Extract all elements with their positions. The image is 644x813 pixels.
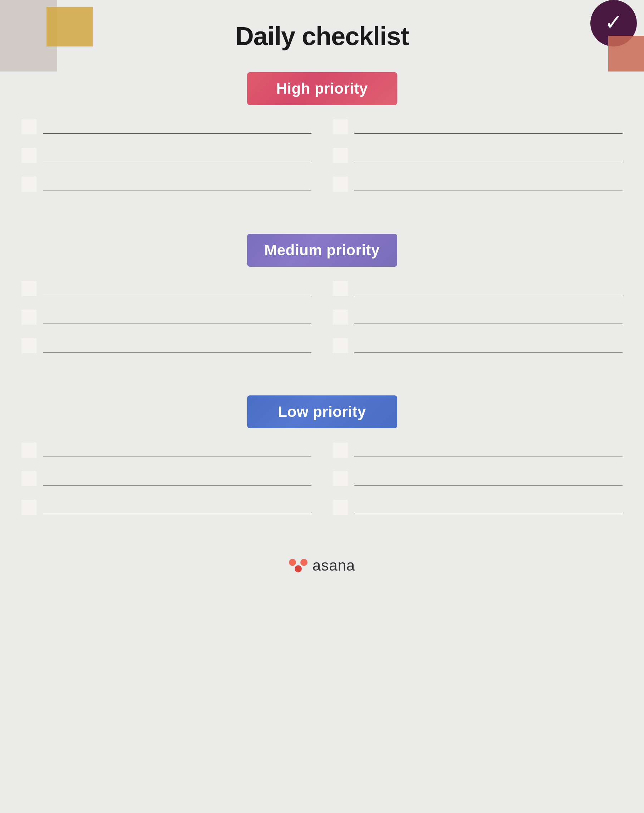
list-item xyxy=(21,309,311,328)
high-priority-header: High priority xyxy=(247,72,397,105)
checkbox[interactable] xyxy=(21,500,37,515)
item-line xyxy=(43,295,311,295)
list-item xyxy=(21,148,311,166)
low-left-col xyxy=(21,442,311,528)
medium-priority-header: Medium priority xyxy=(247,234,397,267)
item-line xyxy=(43,191,311,191)
low-priority-header: Low priority xyxy=(247,395,397,428)
high-priority-section: High priority xyxy=(0,72,644,205)
checkbox[interactable] xyxy=(333,500,348,515)
list-item xyxy=(333,148,623,166)
list-item xyxy=(21,442,311,461)
list-item xyxy=(333,281,623,299)
footer: asana xyxy=(0,557,644,596)
checkbox[interactable] xyxy=(333,281,348,296)
checkbox[interactable] xyxy=(333,338,348,353)
list-item xyxy=(21,500,311,518)
list-item xyxy=(333,119,623,137)
checkbox[interactable] xyxy=(21,177,37,191)
item-line xyxy=(354,162,623,162)
item-line xyxy=(354,191,623,191)
list-item xyxy=(21,471,311,489)
asana-dot-top-right xyxy=(301,559,308,566)
list-item xyxy=(21,119,311,137)
asana-dot-bottom xyxy=(294,565,302,573)
low-right-col xyxy=(333,442,623,528)
checkbox[interactable] xyxy=(21,281,37,296)
checkbox[interactable] xyxy=(333,119,348,135)
item-line xyxy=(354,514,623,514)
asana-logo: asana xyxy=(289,557,355,574)
high-right-col xyxy=(333,119,623,205)
list-item xyxy=(333,500,623,518)
medium-priority-section: Medium priority xyxy=(0,234,644,367)
asana-icon xyxy=(289,559,308,573)
deco-top-right-rect xyxy=(608,36,644,72)
medium-left-col xyxy=(21,281,311,367)
page-container: ✓ Daily checklist High priority xyxy=(0,0,644,813)
list-item xyxy=(21,177,311,194)
item-line xyxy=(43,485,311,485)
checkbox[interactable] xyxy=(333,148,348,163)
checkbox[interactable] xyxy=(21,471,37,486)
item-line xyxy=(354,323,623,324)
list-item xyxy=(333,177,623,194)
asana-dot-top-left xyxy=(289,559,296,566)
list-item xyxy=(21,338,311,356)
checkbox[interactable] xyxy=(333,471,348,486)
item-line xyxy=(354,456,623,457)
page-title: Daily checklist xyxy=(0,0,644,51)
checkbox[interactable] xyxy=(21,338,37,353)
item-line xyxy=(43,514,311,514)
list-item xyxy=(21,281,311,299)
item-line xyxy=(354,295,623,295)
medium-priority-grid xyxy=(21,281,623,367)
list-item xyxy=(333,471,623,489)
low-priority-section: Low priority xyxy=(0,395,644,528)
checkbox[interactable] xyxy=(21,442,37,458)
deco-top-left-rect xyxy=(46,7,93,46)
item-line xyxy=(43,323,311,324)
item-line xyxy=(354,485,623,485)
checkbox[interactable] xyxy=(21,119,37,135)
checkbox[interactable] xyxy=(333,442,348,458)
low-priority-grid xyxy=(21,442,623,528)
item-line xyxy=(43,352,311,352)
check-icon: ✓ xyxy=(605,12,623,33)
high-left-col xyxy=(21,119,311,205)
medium-right-col xyxy=(333,281,623,367)
item-line xyxy=(43,133,311,134)
checkbox[interactable] xyxy=(333,309,348,325)
high-priority-grid xyxy=(21,119,623,205)
item-line xyxy=(354,352,623,352)
checkbox[interactable] xyxy=(21,309,37,325)
list-item xyxy=(333,442,623,461)
list-item xyxy=(333,338,623,356)
item-line xyxy=(43,162,311,162)
list-item xyxy=(333,309,623,328)
item-line xyxy=(43,456,311,457)
checkbox[interactable] xyxy=(333,177,348,191)
item-line xyxy=(354,133,623,134)
checkbox[interactable] xyxy=(21,148,37,163)
asana-brand-text: asana xyxy=(313,557,355,574)
